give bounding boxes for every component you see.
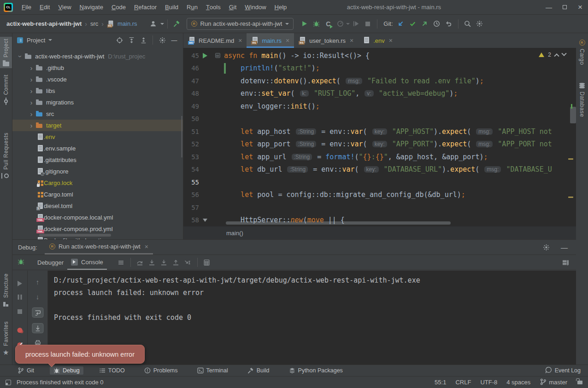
git-update-button[interactable] <box>395 18 407 30</box>
fold-region-icon[interactable] <box>203 219 207 222</box>
toolwindow-button-problems[interactable]: Problems <box>141 366 182 375</box>
tree-item-actix-web-rest-api-with-jwt[interactable]: ›actix-web-rest-api-with-jwtD:\rust_proj… <box>12 51 183 62</box>
tree-item-target[interactable]: ›target <box>12 120 183 131</box>
gutter[interactable] <box>199 53 211 58</box>
users-icon[interactable] <box>147 18 159 30</box>
menu-window[interactable]: Window <box>241 0 270 14</box>
tree-item-libs[interactable]: ›libs <box>12 85 183 97</box>
line-number[interactable]: 48 <box>183 90 199 97</box>
menu-build[interactable]: Build <box>161 0 182 14</box>
debug-button[interactable] <box>310 18 322 30</box>
code-line-58[interactable]: 58 HttpServer::new(move || { <box>183 214 576 227</box>
collapse-all-icon[interactable] <box>137 34 149 46</box>
event-log-button[interactable]: Event Log <box>545 366 581 375</box>
sidebar-item-pull-requests[interactable]: Pull Requests <box>0 131 12 180</box>
soft-wrap-toggle[interactable] <box>32 307 43 318</box>
view-breakpoints-button[interactable] <box>18 328 23 333</box>
indent-indicator[interactable]: 4 spaces <box>506 379 530 386</box>
fold-collapse-icon[interactable]: – <box>215 53 220 58</box>
debug-view-tab-console[interactable]: Console <box>67 255 107 270</box>
locate-file-icon[interactable] <box>113 34 125 46</box>
toolwindow-button-build[interactable]: Build <box>244 366 273 375</box>
tab-user-token-rs[interactable]: RSuser_token.rs× <box>294 33 358 48</box>
git-commit-button[interactable] <box>407 18 419 30</box>
tab-readme-md[interactable]: MDREADME.md× <box>183 33 247 48</box>
project-panel-title[interactable]: Project <box>27 37 45 44</box>
settings-gear-icon[interactable] <box>474 18 486 30</box>
inspection-widget[interactable]: 2 <box>539 52 566 58</box>
force-step-into-icon[interactable] <box>158 256 170 268</box>
tree-item-diesel-toml[interactable]: Tdiesel.toml <box>12 200 183 212</box>
sidebar-item-favorites[interactable]: Favorites★ <box>0 319 12 358</box>
menu-help[interactable]: Help <box>270 0 291 14</box>
rollback-icon[interactable] <box>443 18 455 30</box>
code-line-55[interactable]: 55 <box>183 176 576 189</box>
line-number[interactable]: 55 <box>183 179 199 186</box>
code-line-49[interactable]: 49 env_logger::init(); <box>183 100 576 113</box>
step-over-icon[interactable] <box>134 256 146 268</box>
code-line-46[interactable]: 46 println!("start!"); <box>183 62 576 75</box>
step-out-icon[interactable] <box>170 256 182 268</box>
line-number[interactable]: 51 <box>183 128 199 135</box>
menu-code[interactable]: Code <box>107 0 130 14</box>
run-line-icon[interactable] <box>203 53 207 58</box>
tree-chevron-icon[interactable]: › <box>27 110 35 118</box>
pause-button[interactable] <box>18 295 22 300</box>
up-stack-icon[interactable]: ↑ <box>36 278 40 286</box>
line-number[interactable]: 56 <box>183 191 199 198</box>
code-line-47[interactable]: 47 dotenv::dotenv().expect( msg: "Failed… <box>183 75 576 87</box>
attach-profiler-button[interactable] <box>350 18 362 30</box>
caret-position[interactable]: 55:1 <box>435 379 446 386</box>
maximize-button[interactable] <box>557 0 572 14</box>
step-into-icon[interactable] <box>146 256 158 268</box>
close-icon[interactable]: × <box>389 37 393 44</box>
profiler-button[interactable] <box>334 18 346 30</box>
encoding-indicator[interactable]: UTF-8 <box>480 379 497 386</box>
close-icon[interactable]: × <box>145 243 148 250</box>
menu-tools[interactable]: Tools <box>202 0 225 14</box>
run-to-cursor-icon[interactable] <box>182 256 194 268</box>
scroll-to-end-toggle[interactable] <box>32 323 43 333</box>
line-number[interactable]: 47 <box>183 77 199 85</box>
tree-item-cargo-toml[interactable]: Cargo.toml <box>12 189 183 200</box>
line-number[interactable]: 49 <box>183 103 199 110</box>
tree-item-cargo-lock[interactable]: Cargo.lock <box>12 177 183 189</box>
tool-window-switcher-icon[interactable] <box>6 380 11 385</box>
close-icon[interactable]: × <box>238 37 242 44</box>
sidebar-item-database[interactable]: Database <box>576 81 588 119</box>
previous-warning-icon[interactable] <box>554 53 559 58</box>
next-warning-icon[interactable] <box>561 51 566 56</box>
toolwindow-button-terminal[interactable]: Terminal <box>194 366 232 375</box>
menu-git[interactable]: Git <box>225 0 241 14</box>
line-number[interactable]: 45 <box>183 52 199 59</box>
minimize-button[interactable]: — <box>541 0 557 14</box>
code-line-52[interactable]: 52 let app_port :String = env::var( key:… <box>183 138 576 151</box>
code-line-48[interactable]: 48 env::set_var( k: "RUST_LOG", v: "acti… <box>183 87 576 100</box>
line-number[interactable]: 58 <box>183 216 199 224</box>
tree-chevron-icon[interactable]: › <box>27 75 35 83</box>
line-number[interactable]: 57 <box>183 204 199 211</box>
code-line-45[interactable]: 45–async fn main() -> io::Result<()> { <box>183 49 576 62</box>
code-editor[interactable]: 2 45–async fn main() -> io::Result<()> {… <box>183 48 576 226</box>
expand-all-icon[interactable] <box>125 34 137 46</box>
history-clock-icon[interactable] <box>431 18 443 30</box>
close-icon[interactable]: × <box>350 37 353 44</box>
tree-item-src[interactable]: ›src <box>12 108 183 120</box>
evaluate-expression-icon[interactable] <box>201 256 213 268</box>
tree-vertical-scrollbar[interactable] <box>181 116 182 157</box>
tree-horizontal-scrollbar[interactable] <box>39 234 111 237</box>
stop-button[interactable] <box>362 18 374 30</box>
resume-button[interactable] <box>18 281 22 286</box>
tree-item--env[interactable]: .env <box>12 131 183 143</box>
tree-item--gitattributes[interactable]: .gitattributes <box>12 154 183 166</box>
hide-debug-panel-icon[interactable]: — <box>561 243 568 251</box>
tree-chevron-icon[interactable]: › <box>17 52 24 61</box>
debug-session-tab[interactable]: R Run actix-web-rest-api-with-jwt × <box>45 240 153 255</box>
hide-panel-icon[interactable]: — <box>168 34 180 46</box>
menu-navigate[interactable]: Navigate <box>76 0 107 14</box>
line-number[interactable]: 50 <box>183 115 199 122</box>
code-line-57[interactable]: 57 <box>183 201 576 214</box>
breadcrumb-function[interactable]: main() <box>226 230 243 237</box>
tree-chevron-icon[interactable]: › <box>27 64 35 72</box>
tree-item--gitignore[interactable]: .gitignore <box>12 166 183 177</box>
